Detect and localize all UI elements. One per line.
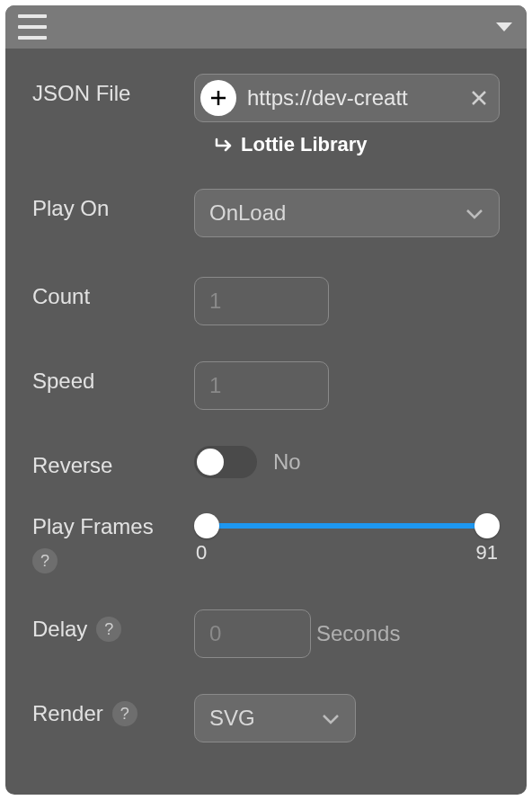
return-arrow-icon [214,137,234,153]
slider-handle-max[interactable] [474,513,500,538]
slider-handle-min[interactable] [194,513,219,538]
panel-header [5,5,527,49]
count-placeholder: 1 [209,289,221,314]
row-count: Count 1 [32,277,500,325]
play-frames-max: 91 [476,541,498,564]
play-on-select[interactable]: OnLoad [194,189,500,237]
speed-placeholder: 1 [209,373,221,398]
reverse-state: No [273,449,301,475]
count-label: Count [32,277,194,309]
svg-marker-0 [496,22,512,31]
header-dropdown[interactable] [494,21,514,33]
lottie-library-label: Lottie Library [241,133,368,156]
row-json-file: JSON File https://dev-creatt [32,74,500,156]
count-input[interactable]: 1 [194,277,329,325]
speed-input[interactable]: 1 [194,361,329,410]
delay-unit: Seconds [316,621,400,646]
delay-input[interactable]: 0 [194,609,311,658]
render-label: Render [32,701,103,726]
menu-icon[interactable] [18,14,47,40]
delay-placeholder: 0 [209,621,221,646]
render-help-icon[interactable]: ? [112,701,137,726]
delay-label: Delay [32,617,87,642]
play-on-label: Play On [32,189,194,221]
json-file-value: https://dev-creatt [236,85,468,111]
settings-panel: JSON File https://dev-creatt [5,5,527,795]
form: JSON File https://dev-creatt [5,49,527,769]
row-render: Render ? SVG [32,694,500,742]
json-file-input[interactable]: https://dev-creatt [194,74,500,122]
add-file-button[interactable] [200,80,236,116]
play-frames-min: 0 [196,541,207,564]
row-play-frames: Play Frames ? 0 91 [32,514,500,573]
row-delay: Delay ? 0 Seconds [32,609,500,658]
play-frames-help-icon[interactable]: ? [32,548,58,573]
chevron-down-icon [321,706,341,731]
speed-label: Speed [32,361,194,394]
play-on-value: OnLoad [209,200,286,226]
reverse-label: Reverse [32,446,194,478]
play-frames-label: Play Frames [32,514,154,539]
play-frames-slider[interactable] [207,523,487,529]
render-value: SVG [209,706,255,731]
row-speed: Speed 1 [32,361,500,410]
lottie-library-link[interactable]: Lottie Library [194,133,500,156]
chevron-down-icon [465,200,484,226]
json-file-label: JSON File [32,74,194,106]
row-play-on: Play On OnLoad [32,189,500,237]
delay-help-icon[interactable]: ? [96,617,121,642]
clear-file-button[interactable] [468,87,490,109]
row-reverse: Reverse No [32,446,500,478]
render-select[interactable]: SVG [194,694,356,742]
toggle-knob [197,449,224,476]
reverse-toggle[interactable] [194,446,257,478]
